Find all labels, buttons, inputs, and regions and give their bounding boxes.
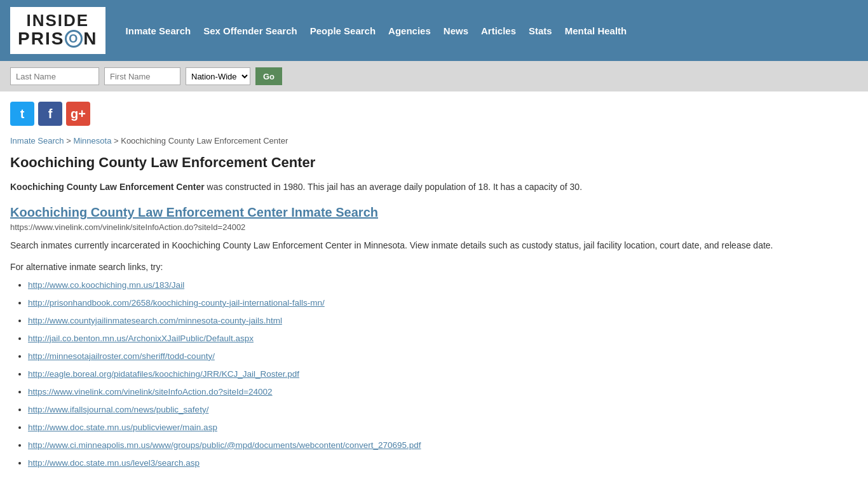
list-item: http://minnesotajailroster.com/sheriff/t…: [28, 347, 841, 365]
breadcrumb-inmate-search[interactable]: Inmate Search: [10, 136, 64, 146]
inmate-search-link[interactable]: Koochiching County Law Enforcement Cente…: [10, 205, 841, 220]
nav-people-search[interactable]: People Search: [305, 23, 381, 39]
alt-link-8[interactable]: http://www.doc.state.mn.us/publicviewer/…: [28, 423, 217, 432]
twitter-button[interactable]: t: [10, 102, 34, 126]
logo-prison-text: PRISON: [18, 29, 98, 49]
main-content: Inmate Search > Minnesota > Koochiching …: [0, 131, 851, 487]
list-item: http://www.co.koochiching.mn.us/183/Jail: [28, 276, 841, 294]
google-plus-button[interactable]: g+: [66, 102, 90, 126]
alt-link-5[interactable]: http://eagle.boreal.org/pidatafiles/kooc…: [28, 369, 299, 379]
nav-sex-offender-search[interactable]: Sex Offender Search: [198, 23, 302, 39]
page-title: Koochiching County Law Enforcement Cente…: [10, 154, 841, 171]
alt-link-10[interactable]: http://www.doc.state.mn.us/level3/search…: [28, 458, 200, 468]
list-item: http://jail.co.benton.mn.us/ArchonixXJai…: [28, 329, 841, 347]
logo[interactable]: INSIDE PRISON: [10, 7, 105, 54]
social-icons: t f g+: [0, 92, 868, 131]
last-name-input[interactable]: [10, 67, 99, 85]
list-item: http://eagle.boreal.org/pidatafiles/kooc…: [28, 365, 841, 383]
facebook-button[interactable]: f: [38, 102, 62, 126]
logo-inside-text: INSIDE: [18, 12, 98, 29]
search-bar: Nation-Wide Go: [0, 61, 868, 92]
list-item: https://www.vinelink.com/vinelink/siteIn…: [28, 383, 841, 400]
main-nav: Inmate Search Sex Offender Search People…: [121, 23, 632, 39]
alt-link-4[interactable]: http://minnesotajailroster.com/sheriff/t…: [28, 351, 215, 361]
alt-link-9[interactable]: http://www.ci.minneapolis.mn.us/www/grou…: [28, 440, 421, 450]
header: INSIDE PRISON Inmate Search Sex Offender…: [0, 0, 868, 61]
alt-link-0[interactable]: http://www.co.koochiching.mn.us/183/Jail: [28, 280, 184, 290]
first-name-input[interactable]: [104, 67, 180, 85]
alt-links-intro: For alternative inmate search links, try…: [10, 262, 841, 272]
location-select[interactable]: Nation-Wide: [186, 67, 250, 85]
alt-link-3[interactable]: http://jail.co.benton.mn.us/ArchonixXJai…: [28, 334, 254, 343]
breadcrumb-current: Koochiching County Law Enforcement Cente…: [121, 136, 288, 146]
search-description: Search inmates currently incarcerated in…: [10, 238, 841, 252]
logo-circle-icon: O: [65, 30, 83, 48]
list-item: http://www.doc.state.mn.us/publicviewer/…: [28, 418, 841, 436]
nav-agencies[interactable]: Agencies: [383, 23, 436, 39]
nav-stats[interactable]: Stats: [524, 23, 557, 39]
go-button[interactable]: Go: [255, 67, 282, 85]
breadcrumb-minnesota[interactable]: Minnesota: [73, 136, 111, 146]
nav-news[interactable]: News: [438, 23, 473, 39]
alt-links-list: http://www.co.koochiching.mn.us/183/Jail…: [10, 276, 841, 471]
nav-articles[interactable]: Articles: [476, 23, 521, 39]
alt-link-2[interactable]: http://www.countyjailinmatesearch.com/mi…: [28, 316, 282, 325]
alt-link-7[interactable]: http://www.ifallsjournal.com/news/public…: [28, 405, 208, 414]
list-item: http://www.doc.state.mn.us/level3/search…: [28, 454, 841, 471]
nav-inmate-search[interactable]: Inmate Search: [121, 23, 196, 39]
list-item: http://www.ci.minneapolis.mn.us/www/grou…: [28, 436, 841, 454]
alt-link-1[interactable]: http://prisonhandbook.com/2658/koochichi…: [28, 298, 325, 308]
alt-link-6[interactable]: https://www.vinelink.com/vinelink/siteIn…: [28, 387, 273, 396]
list-item: http://www.ifallsjournal.com/news/public…: [28, 400, 841, 418]
list-item: http://prisonhandbook.com/2658/koochichi…: [28, 294, 841, 311]
page-description: Koochiching County Law Enforcement Cente…: [10, 180, 841, 194]
list-item: http://www.countyjailinmatesearch.com/mi…: [28, 311, 841, 329]
search-url-display: https://www.vinelink.com/vinelink/siteIn…: [10, 222, 841, 232]
breadcrumb: Inmate Search > Minnesota > Koochiching …: [10, 136, 841, 146]
nav-mental-health[interactable]: Mental Health: [560, 23, 632, 39]
